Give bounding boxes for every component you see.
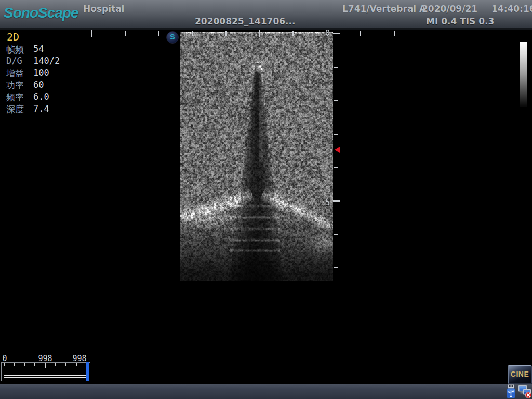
- ruler-tick: [334, 267, 338, 268]
- mode-indicator: 2D: [7, 31, 19, 43]
- param-label: 帧频: [6, 44, 24, 56]
- taskbar: [0, 384, 532, 399]
- param-row-dg: D/G 140/2: [0, 56, 88, 68]
- ruler-tick: [334, 66, 338, 68]
- param-row-power: 功率 60: [0, 79, 88, 91]
- cine-button[interactable]: CINE: [508, 365, 532, 384]
- exam-date: 2020/09/21: [422, 4, 477, 14]
- param-value: 100: [33, 68, 49, 78]
- ruler-tick: [225, 31, 227, 36]
- param-row-framerate: 帧频 54: [0, 44, 88, 56]
- ruler-tick: [91, 30, 92, 37]
- param-label: D/G: [6, 56, 22, 66]
- network-error-icon[interactable]: [518, 384, 532, 398]
- ruler-tick: [334, 134, 338, 135]
- ruler-tick: [360, 31, 361, 36]
- depth-label-0: 0: [325, 29, 330, 38]
- hospital-name: Hospital: [83, 4, 124, 14]
- cine-position-handle[interactable]: [86, 362, 89, 381]
- param-value: 7.4: [33, 103, 49, 114]
- exam-id: 20200825_141706...: [195, 16, 295, 26]
- ruler-tick: [334, 167, 338, 168]
- focus-marker-icon: [335, 147, 340, 153]
- probe-preset: L741/Vertebral A: [342, 4, 426, 14]
- cine-tick: [24, 363, 25, 366]
- param-value: 140/2: [33, 56, 60, 66]
- param-value: 60: [33, 79, 44, 90]
- param-label: 功率: [6, 79, 24, 91]
- cine-tick: [4, 363, 5, 366]
- depth-label-5: 5: [325, 198, 330, 207]
- cine-tick: [76, 363, 77, 366]
- clock-time: 14:40:16: [491, 4, 532, 14]
- ruler-tick: [334, 234, 338, 235]
- cine-tick: [45, 363, 46, 368]
- cine-tick: [34, 363, 35, 366]
- top-status-bar: SonoScape Hospital 20200825_141706... L7…: [0, 0, 532, 30]
- param-row-frequency: 频率 6.0: [0, 91, 88, 103]
- cine-scrollbar[interactable]: [1, 362, 90, 381]
- ruler-tick: [332, 200, 340, 202]
- param-label: 频率: [6, 91, 24, 103]
- brand-logo: SonoScape: [4, 5, 78, 21]
- param-label: 增益: [6, 68, 24, 79]
- param-row-depth: 深度 7.4: [0, 103, 88, 115]
- cine-tick: [14, 363, 15, 366]
- ruler-tick: [158, 31, 159, 36]
- usb-device-icon[interactable]: [505, 384, 517, 398]
- param-row-gain: 增益 100: [0, 68, 88, 79]
- cine-track-line: [4, 377, 88, 378]
- mi-tis-readout: MI 0.4 TIS 0.3: [426, 16, 494, 26]
- cine-tick: [65, 363, 66, 366]
- ruler-tick: [259, 30, 260, 37]
- ruler-tick: [125, 31, 126, 36]
- ultrasound-image: [180, 32, 333, 281]
- grayscale-bar: [520, 42, 527, 107]
- param-value: 54: [33, 44, 44, 54]
- ultrasound-screen: SonoScape Hospital 20200825_141706... L7…: [0, 0, 532, 399]
- cine-track-line: [4, 375, 88, 376]
- ruler-tick: [334, 100, 338, 101]
- cine-tick: [55, 363, 56, 366]
- ruler-tick: [192, 31, 193, 36]
- param-value: 6.0: [33, 91, 49, 102]
- orientation-marker-icon: S: [166, 31, 179, 44]
- ruler-tick: [292, 31, 294, 36]
- ruler-tick: [394, 31, 395, 36]
- param-label: 深度: [6, 103, 24, 115]
- ruler-tick: [332, 33, 340, 34]
